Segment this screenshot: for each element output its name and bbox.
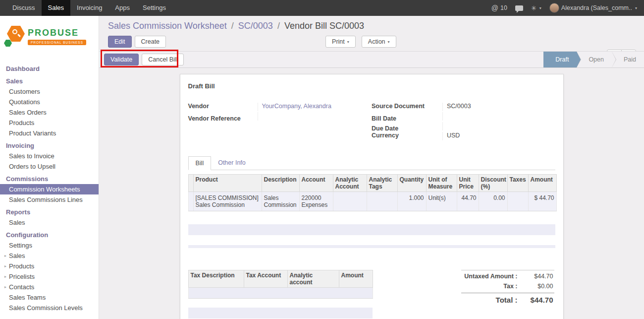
caret-down-icon: ▾: [635, 6, 637, 10]
breadcrumb-worksheets-link[interactable]: Sales Commission Worksheet: [108, 21, 227, 31]
logo-tagline: PROFESSIONAL BUSINESS: [28, 40, 86, 45]
activities-menu[interactable]: @ 10: [491, 4, 507, 12]
sidebar-title-sales[interactable]: Sales: [0, 74, 99, 86]
cell-unit-price: 44.70: [457, 192, 479, 211]
field-group-right: Source Document SC/0003 Bill Date Due Da…: [372, 103, 555, 141]
sidebar-item-products[interactable]: Products: [0, 118, 99, 128]
sidebar-item-sales-commission-levels[interactable]: Sales Commission Levels: [0, 303, 99, 313]
menu-discuss[interactable]: Discuss: [6, 0, 42, 16]
source-document-value: SC/0003: [442, 103, 555, 111]
total-label: Total :: [462, 296, 523, 304]
empty-list-row: [188, 308, 373, 319]
sidebar-title-invoicing[interactable]: Invoicing: [0, 138, 99, 151]
spacer: [188, 299, 373, 308]
activities-count: 10: [500, 4, 507, 11]
sidebar-title-commissions[interactable]: Commissions: [0, 172, 99, 184]
main-content: Sales Commission Worksheet / SC/0003 / V…: [99, 16, 644, 319]
sidebar-title-reports[interactable]: Reports: [0, 205, 99, 217]
status-step-open[interactable]: Open: [577, 52, 612, 67]
print-menu-button[interactable]: Print ▾: [325, 36, 356, 48]
breadcrumb-record-link[interactable]: SC/0003: [238, 21, 273, 31]
menu-apps[interactable]: Apps: [108, 0, 136, 16]
menu-invoicing[interactable]: Invoicing: [70, 0, 108, 16]
cell-account: 220000 Expenses: [299, 192, 333, 211]
invoice-line-row[interactable]: [SALES COMMISSION] Sales Commission Sale…: [188, 192, 556, 211]
sidebar-item-config-pricelists[interactable]: ▸ Pricelists: [0, 271, 99, 282]
cell-product: [SALES COMMISSION] Sales Commission: [193, 192, 262, 211]
sidebar-item-label: Sales: [9, 252, 25, 259]
col-quantity: Quantity: [397, 175, 426, 192]
debug-menu[interactable]: ✳ ▾: [531, 4, 541, 12]
systray: @ 10 ✳ ▾ Alexandra (Sales_comm.. ▾: [491, 0, 644, 16]
empty-list-row: [188, 224, 555, 235]
empty-tax-row: [188, 288, 373, 299]
status-step-paid[interactable]: Paid: [612, 52, 644, 67]
action-menu-button[interactable]: Action ▾: [362, 36, 396, 48]
sidebar-item-customers[interactable]: Customers: [0, 86, 99, 97]
col-analytic-account: Analytic Account: [333, 175, 367, 192]
tab-other-info[interactable]: Other Info: [211, 156, 253, 170]
edit-button[interactable]: Edit: [108, 36, 132, 48]
cell-amount: $ 44.70: [528, 192, 556, 211]
sidebar-item-reports-sales[interactable]: Sales: [0, 217, 99, 228]
create-button[interactable]: Create: [135, 36, 166, 48]
sidebar-item-config-products[interactable]: ▸ Products: [0, 261, 99, 271]
source-document-label: Source Document: [372, 103, 442, 110]
totals-block: Untaxed Amount : $44.70 Tax : $0.00 Tota…: [461, 270, 554, 306]
untaxed-amount-value: $44.70: [523, 273, 553, 280]
col-analytic-tags: Analytic Tags: [367, 175, 397, 192]
user-name: Alexandra (Sales_comm..: [561, 4, 632, 11]
col-description: Description: [262, 175, 299, 192]
avatar: [549, 3, 559, 13]
tab-bar: Bill Other Info: [188, 156, 555, 170]
chat-bubble-icon: [515, 5, 523, 11]
sidebar-item-label: Pricelists: [9, 273, 35, 280]
sidebar-item-config-settings[interactable]: Settings: [0, 240, 99, 251]
vendor-value-link[interactable]: YourCompany, Alexandra: [262, 103, 331, 110]
sidebar-item-orders-to-upsell[interactable]: Orders to Upsell: [0, 161, 99, 172]
col-taxes: Taxes: [507, 175, 528, 192]
menu-sales[interactable]: Sales: [42, 0, 71, 16]
empty-list-row: [188, 245, 555, 248]
breadcrumb-separator: /: [231, 21, 234, 31]
status-step-draft[interactable]: Draft: [543, 52, 577, 67]
top-navbar: Discuss Sales Invoicing Apps Settings @ …: [0, 0, 644, 16]
invoice-lines-table: Product Description Account Analytic Acc…: [188, 174, 557, 211]
field-groups: Vendor YourCompany, Alexandra Vendor Ref…: [188, 103, 555, 141]
tab-bill[interactable]: Bill: [188, 156, 212, 170]
logo-hexagon-small-icon: [4, 40, 12, 47]
menu-settings[interactable]: Settings: [136, 0, 172, 16]
tax-row: Tax : $0.00: [461, 281, 554, 291]
logo-text: PROBUSE: [28, 28, 79, 38]
sidebar-item-config-contacts[interactable]: ▸ Contacts: [0, 282, 99, 292]
validate-button[interactable]: Validate: [104, 54, 139, 65]
vendor-reference-label: Vendor Reference: [188, 115, 258, 122]
spacer: [188, 211, 555, 224]
due-date-value: [442, 122, 555, 130]
sidebar-title-configuration[interactable]: Configuration: [0, 228, 99, 240]
control-panel: Sales Commission Worksheet / SC/0003 / V…: [99, 16, 644, 51]
sidebar-item-config-sales[interactable]: ▸ Sales: [0, 251, 99, 261]
control-panel-buttons: Edit Create Print ▾ Action ▾: [108, 36, 644, 48]
sidebar-item-sales-orders[interactable]: Sales Orders: [0, 107, 99, 118]
cell-analytic-tags: [367, 192, 397, 211]
sidebar-item-quotations[interactable]: Quotations: [0, 97, 99, 107]
sidebar-item-sales-commissions-lines[interactable]: Sales Commissions Lines: [0, 194, 99, 205]
caret-down-icon: ▾: [539, 6, 541, 10]
col-tax-account: Tax Account: [244, 270, 287, 288]
sidebar-item-sales-teams[interactable]: Sales Teams: [0, 292, 99, 303]
tax-header-row: Tax Description Tax Account Analytic acc…: [188, 270, 373, 288]
vendor-reference-value: [258, 112, 372, 121]
currency-value: USD: [442, 132, 555, 140]
expand-arrow-icon: ▸: [4, 283, 6, 291]
user-menu[interactable]: Alexandra (Sales_comm.. ▾: [549, 3, 637, 13]
dropdown-buttons: Print ▾ Action ▾: [325, 36, 396, 48]
tax-value: $0.00: [523, 283, 553, 290]
sidebar-title-dashboard[interactable]: Dashboard: [0, 62, 99, 74]
sidebar-item-product-variants[interactable]: Product Variants: [0, 128, 99, 138]
messages-menu[interactable]: [515, 5, 523, 11]
cancel-bill-button[interactable]: Cancel Bill: [142, 54, 184, 65]
sidebar-item-commission-worksheets[interactable]: Commission Worksheets: [0, 184, 99, 194]
bottom-section: Tax Description Tax Account Analytic acc…: [188, 270, 555, 319]
sidebar-item-sales-to-invoice[interactable]: Sales to Invoice: [0, 151, 99, 161]
